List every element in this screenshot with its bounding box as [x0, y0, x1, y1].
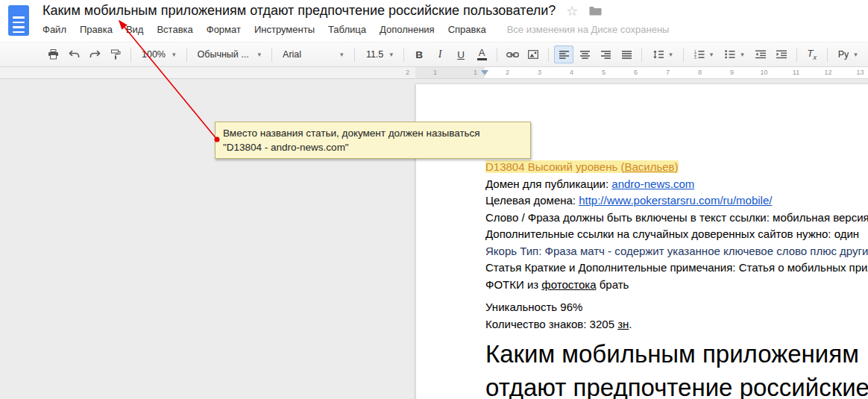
font-size-dropdown[interactable]: 11.5 — [360, 45, 399, 63]
document-title[interactable]: Каким мобильным приложениям отдают предп… — [43, 3, 556, 19]
text-color-button[interactable]: A — [472, 45, 491, 63]
insert-link-button[interactable] — [503, 45, 522, 63]
doc-meta-line: D13804 Высокий уровень (Васильев) — [485, 159, 868, 176]
toolbar-separator — [497, 48, 497, 62]
doc-anchor-line: Якорь Тип: Фраза матч - содержит указанн… — [485, 243, 868, 260]
redo-button[interactable] — [85, 45, 104, 63]
meta-author-link[interactable]: Васильев — [624, 160, 674, 173]
bulleted-list-dropdown[interactable] — [720, 45, 749, 63]
align-center-icon — [580, 51, 590, 59]
doc-uniqueness-line: Уникальность 96% — [485, 299, 868, 316]
toolbar-separator — [683, 48, 684, 62]
doc-text: Количество знаков: 3205 — [485, 318, 617, 330]
line-spacing-icon — [652, 50, 664, 59]
ruler-tick: 5 — [588, 67, 620, 78]
logo-line — [13, 22, 25, 24]
menu-item[interactable]: Таблица — [328, 24, 366, 35]
docs-logo[interactable] — [8, 5, 29, 36]
ruler-tick: 13 — [844, 67, 868, 78]
input-tools-dropdown[interactable]: Ру — [833, 45, 863, 63]
doc-text: Целевая домена: — [485, 194, 579, 207]
menu-item[interactable]: Вставка — [157, 24, 192, 35]
outdent-button[interactable] — [751, 45, 770, 63]
ruler-tick: 12 — [812, 67, 844, 78]
align-left-icon — [559, 51, 569, 59]
menu-bar: ФайлПравкаВидВставкаФорматИнструментыТаб… — [43, 24, 669, 35]
align-right-button[interactable] — [596, 45, 615, 63]
logo-line — [13, 16, 25, 19]
styles-dropdown[interactable]: Обычный ... — [192, 45, 267, 63]
numbered-list-dropdown[interactable]: 1.2.3. — [689, 45, 719, 63]
undo-button[interactable] — [64, 45, 84, 63]
annotation-line-1: Вместо названия статьи, документ должен … — [223, 126, 523, 140]
doc-text: Статья Краткие и Дополнительные примечан… — [485, 261, 868, 274]
blank-line — [485, 293, 868, 299]
document-body[interactable]: D13804 Высокий уровень (Васильев) Домен … — [485, 159, 868, 399]
ruler-tick: 2 — [394, 67, 421, 78]
zoom-value: 100% — [142, 49, 167, 60]
clear-formatting-button[interactable]: Tx — [802, 45, 822, 63]
doc-target-line: Целевая домена: http://www.pokerstarsru.… — [485, 192, 868, 210]
bold-button[interactable]: B — [409, 45, 429, 63]
menu-item[interactable]: Справка — [448, 24, 486, 35]
doc-heading-line-2: отдают предпочтение российские — [485, 371, 868, 399]
toolbar-separator — [796, 48, 797, 62]
printer-icon — [48, 49, 59, 60]
align-justify-button[interactable] — [617, 45, 636, 63]
line-spacing-dropdown[interactable] — [647, 45, 678, 63]
menu-item[interactable]: Формат — [207, 24, 241, 35]
ruler-tick: 6 — [620, 67, 652, 78]
menu-item[interactable]: Дополнения — [380, 24, 435, 35]
star-icon[interactable]: ☆ — [566, 4, 578, 18]
input-tools-value: Ру — [838, 49, 849, 60]
toolbar-separator — [130, 48, 131, 62]
chars-term: зн — [617, 318, 629, 330]
doc-article-line: Статья Краткие и Дополнительные примечан… — [485, 260, 868, 277]
annotation-line-2: "D13804 - andro-news.com" — [223, 140, 523, 154]
insert-image-button[interactable] — [523, 45, 543, 63]
doc-text: Якорь Тип: Фраза матч - содержит указанн… — [485, 245, 868, 257]
ruler-tick: 2 — [491, 67, 523, 78]
ruler-tick: 7 — [652, 67, 684, 78]
menu-item[interactable]: Правка — [80, 24, 113, 35]
toolbar-separator — [641, 48, 642, 62]
print-button[interactable] — [43, 45, 63, 63]
undo-icon — [69, 50, 80, 59]
menu-item[interactable]: Вид — [126, 24, 144, 35]
ruler-tick: 8 — [684, 67, 716, 78]
doc-text: брать — [597, 278, 629, 291]
logo-line — [13, 31, 25, 34]
menu-item[interactable]: Инструменты — [254, 24, 315, 35]
indent-icon — [776, 50, 787, 59]
ruler[interactable]: 21 12345678910111213 — [0, 67, 868, 79]
indent-button[interactable] — [772, 45, 791, 63]
text-color-icon: A — [477, 48, 487, 60]
menu-item[interactable]: Файл — [43, 24, 66, 35]
doc-heading-line-1: Каким мобильным приложениям — [485, 337, 868, 371]
save-status[interactable]: Все изменения на Диске сохранены — [507, 24, 670, 35]
toolbar-separator — [354, 48, 355, 62]
ruler-tick: 1 — [421, 67, 449, 78]
toolbar-separator — [827, 48, 828, 62]
zoom-dropdown[interactable]: 100% — [136, 45, 181, 63]
editor-canvas: D13804 Высокий уровень (Васильев) Домен … — [0, 79, 868, 399]
folder-icon[interactable] — [589, 6, 602, 16]
indent-marker[interactable] — [481, 70, 488, 75]
target-url-link[interactable]: http://www.pokerstarsru.com/ru/mobile/ — [579, 194, 772, 207]
clear-formatting-icon: Tx — [807, 48, 817, 61]
align-left-button[interactable] — [554, 45, 573, 63]
align-center-button[interactable] — [575, 45, 594, 63]
doc-text: Домен для публикации: — [485, 177, 611, 190]
domain-link[interactable]: andro-news.com — [611, 177, 694, 190]
align-right-icon — [601, 51, 611, 59]
toolbar-separator — [271, 48, 272, 62]
top-bar: Каким мобильным приложениям отдают предп… — [0, 0, 868, 42]
paint-roller-icon — [110, 49, 121, 60]
bulleted-list-icon — [725, 50, 735, 59]
underline-button[interactable]: U — [451, 45, 471, 63]
doc-text: Уникальность 96% — [485, 301, 582, 313]
toolbar-separator — [548, 48, 549, 62]
paint-format-button[interactable] — [106, 45, 125, 63]
font-dropdown[interactable]: Arial — [277, 45, 349, 63]
italic-button[interactable]: I — [430, 45, 450, 63]
